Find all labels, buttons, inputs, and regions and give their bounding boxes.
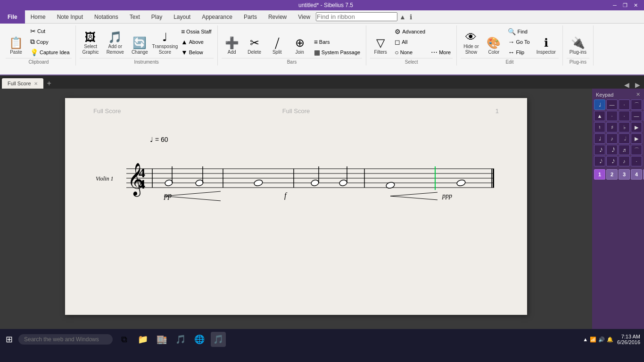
ribbon-up-arrow[interactable]: ▲	[397, 13, 408, 21]
taskbar-music[interactable]: 🎵	[173, 332, 188, 347]
keypad-dot-note[interactable]: ·	[631, 156, 642, 166]
below-icon: ▼	[181, 49, 188, 56]
ribbon-info-button[interactable]: ℹ	[408, 13, 414, 21]
keypad-next[interactable]: ▶	[631, 122, 642, 132]
split-button[interactable]: ⧸ Split	[267, 35, 288, 57]
select-graphic-button[interactable]: 🖼 SelectGraphic	[80, 30, 102, 57]
file-menu[interactable]: File	[0, 10, 25, 24]
keypad-slur[interactable]: ⌒	[631, 145, 642, 155]
copy-button[interactable]: ⧉ Copy	[28, 37, 72, 47]
keypad-grace2[interactable]: 𝅘𝅥𝅯	[606, 156, 618, 166]
scroll-left-button[interactable]: ◀	[622, 81, 631, 89]
filters-icon: ▽	[376, 37, 385, 49]
window-controls[interactable]: ─ ❐ ✕	[610, 1, 640, 9]
color-button[interactable]: 🎨 Color	[483, 35, 504, 57]
capture-button[interactable]: 💡 Capture Idea	[28, 48, 72, 57]
keypad-num-2[interactable]: 2	[606, 169, 618, 180]
keypad-sharp[interactable]: ♯	[606, 122, 618, 132]
bars-button[interactable]: ≡ Bars	[312, 37, 363, 47]
taskbar-task-view[interactable]: ⧉	[116, 332, 132, 347]
svg-line-22	[164, 196, 221, 201]
system-passage-button[interactable]: ▦ System Passage	[312, 48, 363, 57]
none-button[interactable]: ○ None	[393, 48, 427, 57]
keypad-artic3[interactable]: ·	[619, 111, 630, 121]
play-menu[interactable]: Play	[146, 10, 168, 24]
keypad-64th[interactable]: ♬	[619, 145, 630, 155]
keypad-tie-mode[interactable]: ⌒	[631, 99, 642, 110]
find-button[interactable]: 🔍 Find	[506, 27, 531, 36]
keypad-artic4[interactable]: —	[631, 111, 642, 121]
hide-show-button[interactable]: 👁 Hide orShow	[461, 30, 481, 57]
keypad-eighth[interactable]: ♪	[606, 133, 618, 144]
taskbar-edge[interactable]: 🌐	[192, 332, 207, 347]
ribbon-search[interactable]	[316, 12, 397, 21]
keypad-natural[interactable]: ♮	[594, 122, 605, 132]
ossia-button[interactable]: ≡ Ossia Staff	[179, 27, 214, 36]
tab-close-button[interactable]: ✕	[34, 81, 38, 86]
keypad-grace3[interactable]: ♪	[619, 156, 630, 166]
keypad-rest-mode[interactable]: —	[606, 99, 618, 110]
taskbar-clock[interactable]: 7:13 AM 6/26/2016	[617, 334, 640, 345]
full-score-tab[interactable]: Full Score ✕	[2, 78, 43, 89]
keypad-grace1[interactable]: 𝅘𝅥𝅮	[594, 156, 605, 166]
keypad-num-3[interactable]: 3	[619, 169, 630, 180]
add-tab-button[interactable]: +	[43, 78, 55, 89]
keypad-title: Keypad	[596, 92, 613, 98]
appearance-menu[interactable]: Appearance	[196, 10, 238, 24]
home-menu[interactable]: Home	[25, 10, 51, 24]
flip-button[interactable]: ↔ Flip	[506, 48, 531, 57]
score-canvas[interactable]: Full Score Full Score 1 ♩ = 60 Violin 1 …	[0, 89, 592, 329]
keypad-play[interactable]: ▶	[631, 133, 642, 144]
keypad-32nd[interactable]: 𝅘𝅥𝅰	[606, 145, 618, 155]
add-remove-icon: 🎵	[108, 32, 122, 43]
keypad-num-4[interactable]: 4	[631, 169, 642, 180]
network-icon[interactable]: 📶	[590, 337, 596, 343]
inspector-button[interactable]: ℹ Inspector	[534, 35, 559, 57]
keypad-num-1[interactable]: 1	[594, 169, 605, 180]
keypad-quarter[interactable]: ♩	[594, 133, 605, 144]
parts-menu[interactable]: Parts	[238, 10, 263, 24]
taskbar-sibelius[interactable]: 🎵	[211, 332, 226, 347]
close-button[interactable]: ✕	[631, 1, 640, 9]
keypad-artic2[interactable]: ·	[606, 111, 618, 121]
plugins-button[interactable]: 🔌 Plug-ins	[567, 35, 589, 57]
review-menu[interactable]: Review	[263, 10, 292, 24]
more-button[interactable]: ⋯ More	[429, 48, 453, 57]
tray-icon-1[interactable]: ▲	[583, 337, 588, 342]
transposing-button[interactable]: ♩ TransposingScore	[153, 30, 177, 57]
layout-menu[interactable]: Layout	[168, 10, 196, 24]
keypad-half[interactable]: 𝅗𝅥	[619, 133, 630, 144]
keypad-note-mode[interactable]: ♩	[594, 99, 605, 110]
add-button[interactable]: ➕ Add	[222, 35, 242, 57]
keypad-dot-mode[interactable]: ·	[619, 99, 630, 110]
advanced-button[interactable]: ⚙ Advanced	[393, 27, 427, 36]
delete-button[interactable]: ✂ Delete	[244, 35, 265, 57]
keypad-16th[interactable]: 𝅘𝅥𝅯	[594, 145, 605, 155]
volume-icon[interactable]: 🔊	[598, 337, 605, 343]
below-button[interactable]: ▼ Below	[179, 48, 214, 57]
paste-button[interactable]: 📋 Paste	[6, 35, 26, 57]
change-button[interactable]: 🔄 Change	[129, 35, 151, 57]
notification-icon[interactable]: 🔔	[607, 337, 613, 343]
keypad-artic1[interactable]: ▲	[594, 111, 605, 121]
start-button[interactable]: ⊞	[4, 332, 15, 346]
taskbar-store[interactable]: 🏬	[154, 332, 169, 347]
taskbar-search[interactable]	[18, 334, 113, 345]
go-to-button[interactable]: → Go To	[506, 37, 531, 47]
taskbar-file-explorer[interactable]: 📁	[135, 332, 150, 347]
notations-menu[interactable]: Notations	[89, 10, 124, 24]
keypad-close-button[interactable]: ✕	[636, 91, 640, 98]
note-input-menu[interactable]: Note Input	[51, 10, 89, 24]
above-button[interactable]: ▲ Above	[179, 37, 214, 47]
all-button[interactable]: ◻ All	[393, 37, 427, 47]
scroll-right-button[interactable]: ▶	[633, 81, 642, 89]
keypad-flat[interactable]: ♭	[619, 122, 630, 132]
text-menu[interactable]: Text	[124, 10, 146, 24]
add-remove-button[interactable]: 🎵 Add orRemove	[104, 30, 127, 57]
join-button[interactable]: ⊕ Join	[289, 35, 310, 57]
filters-button[interactable]: ▽ Filters	[370, 35, 391, 57]
minimize-button[interactable]: ─	[610, 1, 619, 9]
view-menu[interactable]: View	[292, 10, 316, 24]
restore-button[interactable]: ❐	[620, 1, 630, 9]
cut-button[interactable]: ✂ Cut	[28, 26, 72, 36]
